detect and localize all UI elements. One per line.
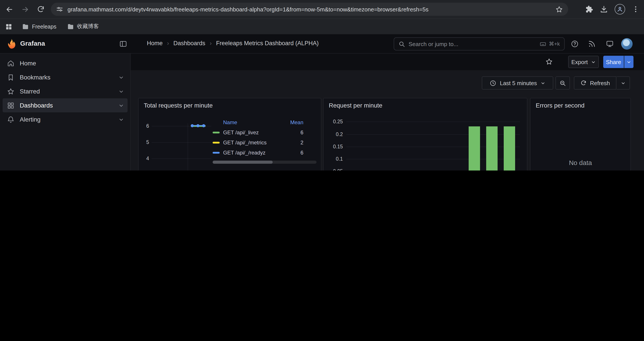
- dashboards-icon: [7, 102, 14, 109]
- bookmark-folder-blog[interactable]: 收藏博客: [63, 21, 102, 32]
- folder-icon: [22, 23, 29, 30]
- sidebar-item-dashboards[interactable]: Dashboards: [3, 98, 128, 112]
- legend-row[interactable]: GET /api/_/readyz 6: [212, 147, 316, 158]
- breadcrumb-home[interactable]: Home: [147, 40, 163, 47]
- sidebar-item-label: Alerting: [20, 116, 40, 123]
- sidebar-item-alerting[interactable]: Alerting: [3, 112, 128, 126]
- refresh-button[interactable]: Refresh: [574, 76, 616, 90]
- chevron-down-icon: [626, 60, 631, 64]
- refresh-interval-button[interactable]: [617, 76, 630, 90]
- sidebar-item-label: Home: [20, 60, 36, 67]
- bookmark-star-icon[interactable]: [556, 6, 563, 13]
- user-avatar[interactable]: [621, 38, 632, 50]
- legend-series-name[interactable]: GET /api/_livez: [223, 129, 269, 135]
- data-point: [196, 124, 200, 127]
- breadcrumb: Home › Dashboards › Freeleaps Metrics Da…: [147, 40, 319, 47]
- chevron-down-icon[interactable]: [118, 88, 124, 94]
- search-input[interactable]: [408, 41, 536, 47]
- chevron-down-icon[interactable]: [118, 74, 124, 80]
- star-icon: [7, 88, 14, 95]
- dashboard-toolbar: Export Share: [131, 54, 644, 70]
- chevron-down-icon[interactable]: [118, 117, 124, 122]
- apps-grid-icon[interactable]: [5, 23, 12, 30]
- zoom-out-icon: [560, 80, 566, 86]
- chevron-down-icon[interactable]: [118, 103, 124, 108]
- breadcrumb-separator: ›: [167, 40, 169, 47]
- panel-title[interactable]: Request per minute: [329, 102, 382, 109]
- panel-title[interactable]: Total requests per minute: [144, 102, 212, 109]
- menu-icon[interactable]: [632, 5, 640, 13]
- grafana-header: Grafana Home › Dashboards › Freeleaps Me…: [0, 34, 644, 54]
- panel-errors-per-second: Errors per second No data: [530, 98, 631, 171]
- panel-title[interactable]: Errors per second: [536, 102, 584, 109]
- share-menu-button[interactable]: [624, 56, 634, 68]
- breadcrumb-separator: ›: [210, 40, 212, 47]
- rss-icon[interactable]: [588, 40, 596, 48]
- y-tick: 0.2: [324, 132, 343, 137]
- toolbar-right-icons: [585, 0, 640, 19]
- legend-row[interactable]: GET /api/_/metrics 2: [212, 137, 316, 147]
- main-area: Export Share Last 5 minutes: [131, 54, 644, 171]
- bar-2xx[interactable]: [469, 126, 480, 171]
- bar-2xx[interactable]: [504, 126, 515, 171]
- search-box[interactable]: ⌘+k: [394, 37, 565, 51]
- chevron-down-icon: [591, 60, 596, 64]
- no-data-message: No data: [530, 159, 630, 166]
- legend-row[interactable]: GET /api/_livez 6: [212, 127, 316, 137]
- sidebar-item-home[interactable]: Home: [3, 56, 128, 70]
- bookmark-folder-freeleaps[interactable]: Freeleaps: [18, 21, 60, 32]
- chevron-down-icon: [540, 81, 545, 85]
- extensions-icon[interactable]: [585, 5, 593, 13]
- y-tick: 0.05: [324, 169, 343, 171]
- legend-scrollbar[interactable]: [212, 161, 316, 164]
- legend-swatch-yellow: [212, 142, 220, 143]
- sidebar-item-bookmarks[interactable]: Bookmarks: [3, 70, 128, 84]
- sidebar-item-starred[interactable]: Starred: [3, 84, 128, 98]
- legend-mean-value: 6: [273, 149, 303, 156]
- keyboard-icon: [540, 41, 546, 47]
- chevron-down-icon: [621, 81, 626, 85]
- back-icon[interactable]: [3, 3, 16, 16]
- grafana-brand[interactable]: Grafana: [20, 40, 45, 47]
- y-tick: 5: [138, 140, 149, 145]
- time-range-picker[interactable]: Last 5 minutes: [482, 76, 553, 90]
- profile-icon[interactable]: [615, 4, 625, 15]
- y-tick: 0.15: [324, 144, 343, 149]
- sidebar-item-label: Dashboards: [20, 102, 53, 109]
- panel-legend: Name Mean GET /api/_livez 6 GET /api/_/m…: [212, 118, 316, 164]
- alerting-bell-icon: [7, 116, 14, 123]
- home-icon: [7, 60, 14, 67]
- legend-mean-value: 6: [273, 129, 303, 135]
- sidebar-item-label: Starred: [20, 88, 40, 95]
- share-button[interactable]: Share: [603, 56, 624, 68]
- gridline: [152, 142, 211, 143]
- legend-col-name[interactable]: Name: [223, 119, 269, 126]
- tune-icon[interactable]: [56, 6, 63, 13]
- sidebar-collapse-icon[interactable]: [119, 40, 127, 48]
- y-tick: 4: [138, 156, 149, 161]
- export-button[interactable]: Export: [568, 56, 599, 68]
- breadcrumb-dashboards[interactable]: Dashboards: [174, 40, 206, 47]
- help-icon[interactable]: [571, 40, 579, 48]
- bar-2xx[interactable]: [486, 126, 498, 171]
- url-bar[interactable]: grafana.mathmast.com/d/deytv4rwavabkb/fr…: [51, 3, 568, 16]
- zoom-out-button[interactable]: [556, 76, 570, 90]
- url-text[interactable]: grafana.mathmast.com/d/deytv4rwavabkb/fr…: [68, 6, 551, 13]
- grafana-logo[interactable]: [6, 38, 17, 50]
- legend-series-name[interactable]: GET /api/_/readyz: [223, 149, 269, 156]
- reload-icon[interactable]: [34, 3, 47, 16]
- legend-swatch-spacer: [212, 122, 220, 123]
- dashboard-canvas: Last 5 minutes Refresh: [131, 70, 644, 171]
- refresh-icon: [580, 80, 586, 86]
- legend-col-mean[interactable]: Mean: [273, 119, 303, 126]
- legend-series-name[interactable]: GET /api/_/metrics: [223, 139, 269, 146]
- forward-icon[interactable]: [18, 3, 32, 16]
- favorite-star-icon[interactable]: [545, 58, 553, 65]
- breadcrumb-page-title: Freeleaps Metrics Dashboard (ALPHA): [216, 40, 319, 47]
- download-icon[interactable]: [600, 5, 608, 14]
- scrollbar-thumb[interactable]: [212, 161, 273, 164]
- monitor-icon[interactable]: [606, 40, 614, 48]
- y-tick: 0.25: [324, 119, 343, 124]
- sidebar: Home Bookmarks Starred Dashboards: [0, 54, 131, 171]
- data-point: [202, 124, 205, 127]
